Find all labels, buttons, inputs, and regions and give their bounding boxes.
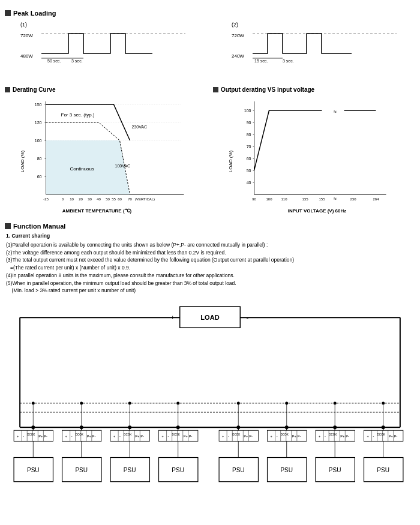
psu6-p-: P-	[298, 434, 301, 438]
otick-x264: 264	[373, 197, 379, 201]
otick-x155: 155	[319, 197, 325, 201]
psu7-plus: +	[319, 434, 320, 438]
psu1-p+: P+	[38, 434, 43, 438]
x-break-icon: ≈	[334, 196, 337, 202]
chart2-720w: 720W	[232, 33, 244, 38]
peak-chart-1: (1) 720W 480W 50 sec. 3 sec.	[5, 20, 204, 80]
psu8-plus: +	[367, 434, 369, 438]
psu2-p-: P-	[92, 434, 96, 438]
peak-loading-title: Peak Loading	[13, 10, 56, 17]
psu8-p+: P+	[389, 434, 393, 438]
chart2-time1: 15 sec.	[254, 59, 268, 63]
psu6-p+: P+	[292, 434, 296, 438]
psu1-minus: -	[23, 434, 24, 438]
psu8-p-: P-	[394, 434, 398, 438]
psu-unit-1: + - DCOK P+ P- PSU	[14, 425, 53, 482]
psu4-label: PSU	[172, 467, 184, 473]
point-3a: =(The rated current per unit) x (Number …	[6, 264, 415, 272]
psu4-dcok: DCOK	[172, 433, 180, 436]
psu1-plus: +	[17, 434, 19, 438]
point-2: (2)The voltage difference among each out…	[6, 249, 415, 257]
output-x-label: INPUT VOLTAGE (V) 60Hz	[288, 208, 347, 214]
otick-x90: 90	[252, 197, 256, 201]
xtick-60: 60	[118, 197, 122, 201]
psu6-label: PSU	[280, 467, 293, 473]
dot-5-pbus	[237, 401, 240, 404]
derating-x-label: AMBIENT TEMPERATURE (℃)	[62, 208, 132, 214]
psu-unit-3: + - DCOK P+ P- PSU	[110, 425, 149, 482]
chart1-time1: 50 sec.	[47, 59, 61, 63]
psu8-label: PSU	[377, 467, 389, 473]
ytick-60: 60	[37, 175, 42, 179]
charts-row: Derating Curve LOAD (%) 150 120 100 80	[5, 86, 415, 217]
xtick-70: 70	[128, 197, 132, 201]
output-derating-header: Output derating VS input voltage	[213, 86, 415, 93]
100vac-label: 100VAC	[115, 164, 131, 168]
output-derating-sq-icon	[213, 87, 218, 92]
psu7-minus: -	[325, 434, 326, 438]
continuous-label: Continuous	[70, 166, 94, 172]
otick-40: 40	[247, 181, 251, 185]
derating-curve-header: Derating Curve	[5, 86, 207, 93]
psu2-plus: +	[65, 434, 67, 438]
ytick-120: 120	[35, 121, 42, 125]
output-derating-title: Output derating VS input voltage	[221, 86, 314, 93]
peak-loading-row: (1) 720W 480W 50 sec. 3 sec. (2) 720W 24	[5, 20, 415, 80]
psu5-minus: -	[228, 434, 229, 438]
psu3-minus: -	[119, 434, 121, 438]
psu3-p-: P-	[140, 434, 144, 438]
chart2-240w: 240W	[232, 53, 244, 59]
psu-unit-8: + - DCOK P+ P- PSU	[364, 425, 403, 482]
output-derating-container: Output derating VS input voltage LOAD (%…	[213, 86, 415, 217]
point-3: (3)The total output current must not exc…	[6, 256, 415, 264]
derating-curve-title: Derating Curve	[13, 86, 56, 93]
ytick-80: 80	[37, 157, 42, 161]
psu3-label: PSU	[124, 467, 136, 473]
dot-2-pbus	[80, 401, 83, 404]
xtick-50: 50	[106, 197, 110, 201]
psu5-p-: P-	[249, 434, 253, 438]
chart1-720w: 720W	[20, 33, 33, 38]
psu5-label: PSU	[232, 467, 245, 473]
chart1-time2: 3 sec.	[71, 59, 83, 63]
point-4: (4)In parallel operation 8 units is the …	[6, 272, 415, 280]
psu1-label: PSU	[27, 467, 40, 473]
psu3-dcok: DCOK	[124, 433, 131, 436]
derating-sq-icon	[5, 87, 10, 92]
derating-y-label: LOAD (%)	[20, 150, 25, 172]
230vac-label: 230VAC	[132, 125, 148, 129]
psu1-dcok: DCOK	[27, 433, 35, 436]
psu7-p-: P-	[346, 434, 349, 438]
psu7-label: PSU	[329, 467, 341, 473]
output-y-label: LOAD (%)	[228, 150, 233, 172]
peak-loading-header: Peak Loading	[5, 10, 415, 17]
psu1-p-: P-	[44, 434, 47, 438]
psu5-dcok: DCOK	[232, 433, 240, 436]
psu3-p+: P+	[135, 434, 139, 438]
otick-100: 100	[244, 109, 251, 113]
xtick-40: 40	[97, 197, 101, 201]
dot-8-pbus	[382, 401, 385, 404]
psu5-p+: P+	[244, 434, 248, 438]
psu6-dcok: DCOK	[281, 433, 289, 436]
ytick-150: 150	[35, 103, 42, 107]
psu2-minus: -	[71, 434, 73, 438]
otick-50: 50	[247, 169, 251, 173]
y-break-icon: ≈	[334, 109, 337, 115]
dot-7-pbus	[334, 401, 337, 404]
peak-chart-2: (2) 720W 240W 15 sec. 3 sec.	[216, 20, 415, 80]
psu8-minus: -	[373, 434, 374, 438]
psu5-plus: +	[222, 434, 224, 438]
point-5a: (Min. load > 3% rated current per unit x…	[6, 287, 415, 295]
psu6-minus: -	[277, 434, 278, 438]
psu4-p+: P+	[184, 434, 188, 438]
chart2-time2: 3 sec.	[283, 59, 294, 63]
point-1: (1)Parallel operation is available by co…	[6, 241, 415, 249]
psu2-dcok: DCOK	[76, 433, 83, 436]
otick-x100: 100	[266, 197, 272, 201]
derating-curve-container: Derating Curve LOAD (%) 150 120 100 80	[5, 86, 207, 217]
xtick-vertical: (VERTICAL)	[135, 197, 155, 201]
psu2-p+: P+	[87, 434, 91, 438]
ytick-100: 100	[35, 139, 42, 143]
chart2-label: (2)	[232, 22, 238, 28]
